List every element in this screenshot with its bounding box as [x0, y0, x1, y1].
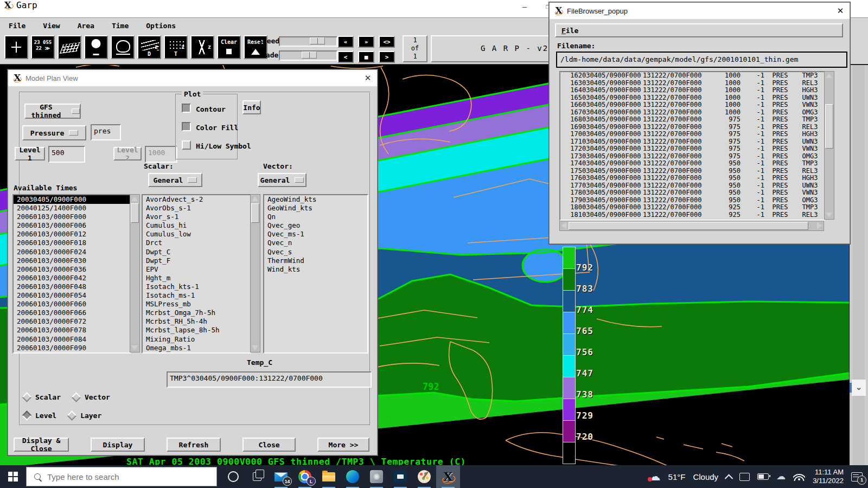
menu-options[interactable]: Options: [137, 22, 184, 30]
table-row[interactable]: 165030405/0900F000131222/0700F0001000-1P…: [560, 94, 824, 102]
plot-option-0[interactable]: Contour: [182, 104, 226, 113]
list-item[interactable]: 20060103/0000F018: [14, 239, 130, 247]
loop-rewind-button[interactable]: «: [337, 36, 354, 48]
list-item[interactable]: AvorObs_s-1: [143, 204, 250, 213]
vector-category-dropdown[interactable]: General: [258, 173, 307, 187]
file-explorer-button[interactable]: [317, 465, 341, 488]
wind-profile-icon[interactable]: z: [190, 35, 214, 59]
list-item[interactable]: Dwpt_C: [143, 248, 250, 256]
battery-icon[interactable]: [757, 473, 769, 480]
list-item[interactable]: EPV: [143, 265, 250, 274]
vcoord-input[interactable]: pres: [91, 124, 121, 140]
clear-button[interactable]: Clear: [217, 35, 241, 59]
vector-fields-list[interactable]: AgeoWind_ktsGeoWind_ktsQnQvec_geoQvec_ms…: [263, 194, 368, 354]
list-item[interactable]: MSLPress_mb: [143, 300, 250, 309]
mpv-close-icon[interactable]: ✕: [362, 72, 374, 84]
tray-weather-temp[interactable]: 51°F: [668, 472, 686, 481]
fade-slider-thumb[interactable]: [302, 52, 317, 59]
model-select-dropdown[interactable]: GFS thinned: [24, 104, 81, 119]
list-item[interactable]: 20060103/0000F078: [14, 326, 130, 335]
menu-time[interactable]: Time: [103, 22, 137, 30]
table-row[interactable]: 173030405/0900F000131222/0700F000975-1PR…: [560, 153, 824, 160]
display-and-close-button[interactable]: Display & Close: [14, 438, 69, 452]
level2-input[interactable]: 1000: [145, 146, 177, 163]
minimize-button[interactable]: —: [518, 2, 531, 11]
table-row[interactable]: 164030405/0900F000131222/0700F0001000-1P…: [560, 87, 824, 94]
list-item[interactable]: 20060103/0000F084: [14, 335, 130, 344]
field-expression-input[interactable]: TMP3^030405/0900F000:131222/0700F000: [167, 371, 372, 388]
list-item[interactable]: Qvec_geo: [264, 221, 367, 230]
mail-app-button[interactable]: 14: [269, 465, 293, 488]
scroll-down-button[interactable]: ⌄: [852, 380, 866, 396]
fbp-hscrollbar[interactable]: [559, 221, 824, 231]
list-item[interactable]: 20060103/0000F006: [14, 221, 130, 230]
fbp-close-icon[interactable]: ✕: [834, 5, 846, 17]
list-item[interactable]: 20060103/0000F042: [14, 274, 130, 282]
xming-app-button[interactable]: X: [436, 465, 460, 488]
weather-cloud-icon[interactable]: ☁: [649, 471, 661, 482]
list-item[interactable]: 20060103/0000F066: [14, 309, 130, 317]
table-row[interactable]: 179030405/0900F000131222/0700F000950-1PR…: [560, 197, 824, 204]
list-item[interactable]: 20040125/1400F000: [14, 204, 130, 213]
station-model-icon[interactable]: [4, 35, 28, 59]
list-item[interactable]: 20060103/0000F024: [14, 248, 130, 256]
table-row[interactable]: 180030405/0900F000131222/0700F000925-1PR…: [560, 204, 824, 211]
layer-radio[interactable]: [67, 410, 76, 420]
table-row[interactable]: 172030405/0900F000131222/0700F000975-1PR…: [560, 145, 824, 153]
list-item[interactable]: 20060103/0000F000: [14, 213, 130, 221]
scalar-radio[interactable]: [22, 392, 31, 402]
table-row[interactable]: 170030405/0900F000131222/0700F000975-1PR…: [560, 131, 824, 138]
filename-input[interactable]: /ldm-home/data/data/gempak/model/gfs/200…: [558, 54, 845, 67]
checkbox-icon[interactable]: [182, 122, 191, 131]
vector-radio[interactable]: [71, 392, 81, 402]
level-radio[interactable]: [22, 410, 31, 420]
gridded-data-icon[interactable]: [58, 35, 81, 59]
tray-weather-condition[interactable]: Cloudy: [693, 472, 718, 481]
wifi-icon[interactable]: [793, 473, 805, 481]
menu-file[interactable]: File: [0, 22, 34, 30]
edge-app-button[interactable]: [341, 465, 365, 488]
more-button[interactable]: More >>: [317, 438, 369, 452]
task-view-button[interactable]: [245, 465, 269, 488]
menu-area[interactable]: Area: [69, 22, 103, 30]
chrome-app-button[interactable]: L: [293, 465, 317, 488]
checkbox-icon[interactable]: [182, 104, 191, 113]
level1-input[interactable]: 500: [48, 146, 85, 163]
table-row[interactable]: 162030405/0900F000131222/0700F0001000-1P…: [560, 72, 824, 80]
info-button[interactable]: Info: [242, 100, 261, 114]
stop-button[interactable]: ■: [358, 51, 374, 63]
fbp-titlebar[interactable]: X FileBrowser_popup ✕: [550, 3, 850, 20]
refresh-button[interactable]: Refresh: [167, 438, 221, 452]
list-item[interactable]: GeoWind_kts: [264, 204, 367, 213]
list-item[interactable]: Mixing_Ratio: [143, 335, 250, 344]
table-row[interactable]: 167030405/0900F000131222/0700F0001000-1P…: [560, 109, 824, 117]
close-button[interactable]: Close: [242, 438, 296, 452]
menu-view[interactable]: View: [34, 22, 68, 30]
loop-toggle-button[interactable]: <>: [379, 36, 395, 48]
taskbar-clock[interactable]: 11:11 AM 3/11/2022: [813, 468, 844, 485]
upper-air-icon[interactable]: [84, 35, 108, 59]
onedrive-icon[interactable]: ☁: [776, 473, 786, 480]
level1-button[interactable]: Level 1: [15, 147, 45, 160]
time-height-icon[interactable]: Tz: [164, 35, 188, 59]
list-item[interactable]: Mcrbst_Omga_7h-5h: [143, 309, 250, 317]
list-item[interactable]: 20030405/0900F000: [14, 195, 130, 204]
cross-section-icon[interactable]: Dz: [137, 35, 161, 59]
table-row[interactable]: 175030405/0900F000131222/0700F000950-1PR…: [560, 168, 824, 175]
plot-option-1[interactable]: Color Fill: [182, 122, 238, 132]
list-item[interactable]: AgeoWind_kts: [264, 195, 367, 204]
scalar-fields-list[interactable]: AvorAdvect_s-2AvorObs_s-1Avor_s-1Cumulus…: [142, 194, 251, 354]
table-row[interactable]: 174030405/0900F000131222/0700F000950-1PR…: [560, 160, 824, 168]
surface-obs-icon[interactable]: 23 055 22 ≫: [31, 35, 55, 59]
cortana-button[interactable]: [221, 465, 245, 488]
display-button[interactable]: Display: [91, 438, 145, 452]
cast-icon[interactable]: [739, 473, 750, 481]
table-row[interactable]: 171030405/0900F000131222/0700F000975-1PR…: [560, 138, 824, 146]
search-input[interactable]: [46, 472, 200, 482]
vcoord-dropdown[interactable]: Pressure: [22, 125, 86, 140]
fbp-vscrollbar[interactable]: [824, 71, 834, 220]
fbp-file-menu[interactable]: File: [555, 23, 843, 37]
paint-app-button[interactable]: [412, 465, 436, 488]
list-item[interactable]: Isotach_kts-1: [143, 282, 250, 291]
list-item[interactable]: ThermWind: [264, 256, 367, 265]
